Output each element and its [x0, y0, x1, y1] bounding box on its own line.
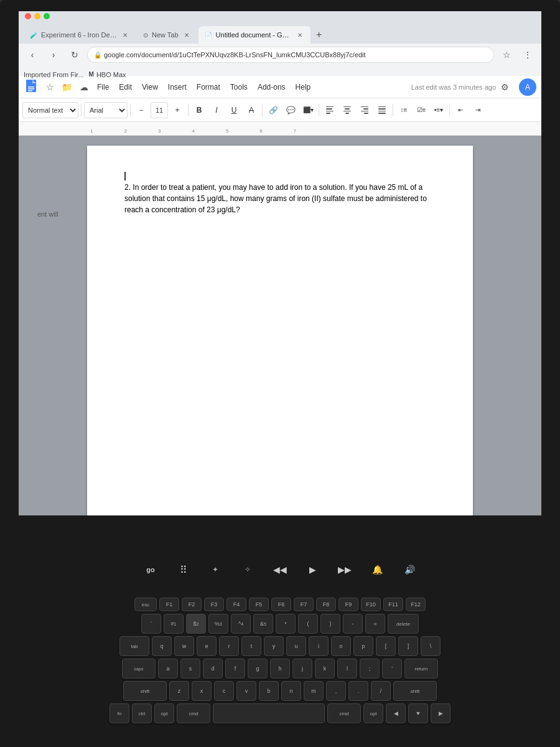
bold-button[interactable]: B	[191, 102, 207, 118]
key-n[interactable]: n	[281, 681, 301, 701]
key-x[interactable]: x	[192, 681, 212, 701]
minimize-button[interactable]	[34, 13, 40, 19]
key-f2[interactable]: F2	[182, 598, 202, 611]
increase-font-size[interactable]: +	[169, 102, 185, 118]
key-j[interactable]: j	[292, 659, 312, 679]
key-t[interactable]: t	[241, 636, 261, 656]
document-page[interactable]: 2. In order to treat a patient, you may …	[87, 146, 473, 515]
key-5[interactable]: &5	[253, 614, 273, 634]
key-arrow-right[interactable]: ▶	[431, 703, 450, 723]
key-v[interactable]: v	[236, 681, 256, 701]
increase-indent-button[interactable]: ⇥	[470, 102, 486, 118]
key-y[interactable]: y	[264, 636, 284, 656]
dock-item-rewind[interactable]: ◀◀	[269, 558, 291, 581]
key-f9[interactable]: F9	[338, 598, 358, 611]
key-backtick[interactable]: `	[141, 614, 161, 634]
key-3[interactable]: %3	[208, 614, 228, 634]
key-m[interactable]: m	[304, 681, 324, 701]
key-q[interactable]: q	[152, 636, 172, 656]
font-dropdown[interactable]: Arial	[84, 102, 128, 118]
italic-button[interactable]: I	[208, 102, 225, 118]
underline-button[interactable]: U	[226, 102, 242, 118]
key-shift-left[interactable]: shift	[123, 681, 167, 701]
key-4[interactable]: ^4	[231, 614, 251, 634]
key-g[interactable]: g	[248, 659, 268, 679]
key-cmd-right[interactable]: cmd	[327, 703, 361, 723]
checklist-button[interactable]: ☑≡	[413, 102, 429, 118]
menu-help[interactable]: Help	[292, 80, 315, 94]
key-arrow-down[interactable]: ▼	[408, 703, 428, 723]
tab-experiment[interactable]: 🧪 Experiment 6 - Iron Deficiency ✕	[24, 26, 136, 44]
key-f12[interactable]: F12	[406, 598, 426, 611]
key-f8[interactable]: F8	[316, 598, 336, 611]
font-size-input[interactable]	[151, 102, 168, 118]
menu-tools[interactable]: Tools	[226, 80, 251, 94]
key-delete[interactable]: delete	[388, 614, 419, 634]
tab-experiment-close[interactable]: ✕	[121, 31, 129, 39]
key-p[interactable]: p	[353, 636, 373, 656]
bullet-list-button[interactable]: •≡▾	[431, 102, 447, 118]
bookmark-star-button[interactable]: ☆	[498, 46, 515, 63]
menu-addons[interactable]: Add-ons	[254, 80, 289, 94]
key-ctrl[interactable]: ctrl	[132, 703, 152, 723]
key-6[interactable]: *	[276, 614, 296, 634]
key-cmd-left[interactable]: cmd	[177, 703, 210, 723]
image-button[interactable]: ⬛▾	[300, 102, 316, 118]
bookmark-hbo[interactable]: M HBO Max	[89, 71, 126, 78]
comment-button[interactable]: 💬	[282, 102, 299, 118]
decrease-indent-button[interactable]: ⇤	[452, 102, 469, 118]
address-bar[interactable]: 🔒 google.com/document/d/1uCtTePXNUqvz8KB…	[87, 47, 494, 63]
key-esc[interactable]: esc	[134, 598, 157, 611]
key-tab[interactable]: tab	[119, 636, 149, 656]
key-f1[interactable]: F1	[159, 598, 179, 611]
key-b[interactable]: b	[259, 681, 279, 701]
key-fn[interactable]: fn	[110, 703, 129, 723]
tab-newtab-close[interactable]: ✕	[182, 31, 191, 39]
key-slash[interactable]: /	[371, 681, 391, 701]
key-w[interactable]: w	[174, 636, 194, 656]
key-return[interactable]: return	[404, 659, 438, 679]
tab-gdocs-close[interactable]: ✕	[296, 31, 304, 39]
settings-icon[interactable]: ⚙	[498, 80, 511, 95]
align-center-button[interactable]	[339, 102, 355, 118]
menu-format[interactable]: Format	[193, 80, 224, 94]
key-h[interactable]: h	[270, 659, 290, 679]
strikethrough-button[interactable]: A	[243, 102, 259, 118]
key-shift-right[interactable]: shift	[393, 681, 437, 701]
extensions-button[interactable]: ⋮	[519, 46, 536, 63]
key-d[interactable]: d	[203, 659, 223, 679]
key-comma[interactable]: ,	[326, 681, 346, 701]
key-backslash[interactable]: \	[421, 636, 441, 656]
key-f4[interactable]: F4	[226, 598, 246, 611]
key-r[interactable]: r	[219, 636, 239, 656]
dock-item-fx1[interactable]: ✦	[204, 558, 226, 581]
align-right-button[interactable]	[357, 102, 373, 118]
dock-item-volume[interactable]: 🔊	[398, 558, 421, 581]
key-f6[interactable]: F6	[271, 598, 291, 611]
key-bracket-open[interactable]: [	[376, 636, 396, 656]
key-0[interactable]: =	[365, 614, 385, 634]
key-space[interactable]	[213, 703, 325, 723]
key-option-right[interactable]: opt	[363, 703, 383, 723]
dock-item-go[interactable]: go	[139, 558, 162, 581]
align-justify-button[interactable]	[374, 102, 390, 118]
dock-item-mute[interactable]: 🔔	[366, 558, 388, 581]
bookmark-imported[interactable]: Imported From Fir...	[24, 71, 84, 78]
reload-button[interactable]: ↻	[66, 46, 83, 63]
star-button[interactable]: ☆	[44, 80, 57, 95]
key-o[interactable]: o	[331, 636, 351, 656]
menu-insert[interactable]: Insert	[164, 80, 190, 94]
maximize-button[interactable]	[44, 13, 50, 19]
back-button[interactable]: ‹	[24, 46, 41, 63]
key-l[interactable]: l	[337, 659, 357, 679]
key-k[interactable]: k	[315, 659, 335, 679]
align-left-button[interactable]	[322, 102, 338, 118]
key-z[interactable]: z	[169, 681, 189, 701]
key-f11[interactable]: F11	[383, 598, 403, 611]
decrease-font-size[interactable]: −	[133, 102, 149, 118]
link-button[interactable]: 🔗	[265, 102, 281, 118]
key-semicolon[interactable]: ;	[360, 659, 380, 679]
key-f7[interactable]: F7	[294, 598, 314, 611]
user-avatar[interactable]: A	[519, 78, 536, 96]
key-f3[interactable]: F3	[204, 598, 224, 611]
